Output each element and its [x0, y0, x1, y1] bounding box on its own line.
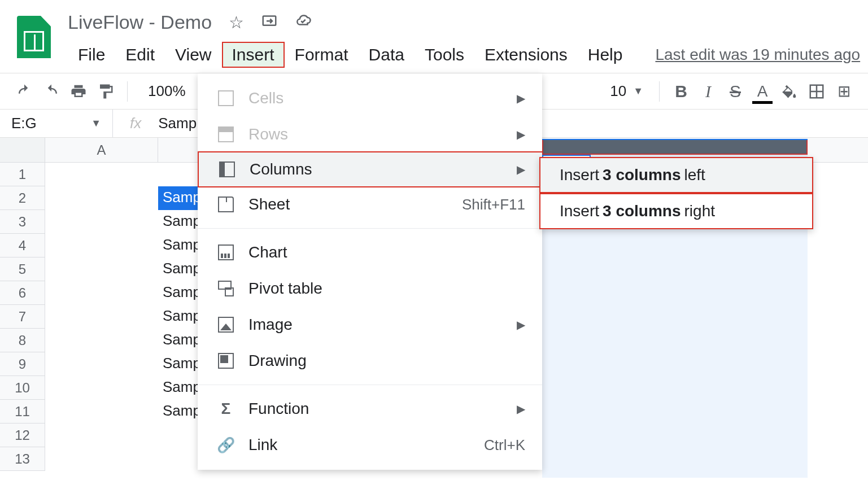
- submenu-bold: 3 columns: [603, 166, 681, 184]
- image-icon: [218, 317, 234, 333]
- column-header-A[interactable]: A: [45, 138, 158, 162]
- menu-edit[interactable]: Edit: [115, 42, 165, 68]
- row-header[interactable]: 4: [0, 234, 45, 257]
- name-box-value: E:G: [11, 115, 37, 132]
- insert-pivot-label: Pivot table: [248, 280, 322, 298]
- cells-icon: [218, 90, 234, 106]
- document-title[interactable]: LiveFlow - Demo: [68, 11, 212, 33]
- font-size-value: 10: [605, 82, 631, 100]
- submenu-text: Insert: [560, 202, 599, 220]
- row-header[interactable]: 2: [0, 186, 45, 210]
- insert-link-label: Link: [248, 436, 277, 454]
- columns-submenu: Insert 3 columns left Insert 3 columns r…: [539, 157, 813, 229]
- insert-rows[interactable]: Rows ▶: [198, 116, 542, 152]
- redo-icon[interactable]: [41, 81, 62, 102]
- paint-format-icon[interactable]: [95, 81, 116, 102]
- name-box[interactable]: E:G ▼: [0, 110, 113, 137]
- zoom-dropdown[interactable]: 100%: [139, 82, 195, 100]
- menu-separator: [198, 228, 542, 229]
- menu-view[interactable]: View: [165, 42, 221, 68]
- insert-sheet-label: Sheet: [248, 195, 290, 213]
- insert-chart[interactable]: Chart: [198, 234, 542, 270]
- menu-format[interactable]: Format: [285, 42, 359, 68]
- insert-chart-label: Chart: [248, 243, 287, 261]
- row-header[interactable]: 13: [0, 447, 45, 471]
- merge-cells-icon[interactable]: ⊞: [834, 81, 854, 102]
- insert-link[interactable]: 🔗 Link Ctrl+K: [198, 427, 542, 463]
- insert-columns[interactable]: Columns ▶: [198, 151, 542, 187]
- sheets-icon: [17, 16, 51, 58]
- chevron-right-icon: ▶: [517, 128, 525, 141]
- menu-help[interactable]: Help: [578, 42, 633, 68]
- borders-icon[interactable]: [806, 81, 827, 102]
- shortcut-text: Shift+F11: [462, 196, 525, 213]
- function-icon: Σ: [221, 400, 231, 418]
- chevron-down-icon: ▼: [633, 85, 643, 97]
- menu-file[interactable]: File: [68, 42, 115, 68]
- header: LiveFlow - Demo ☆ File Edit View Insert …: [0, 0, 868, 73]
- menu-insert[interactable]: Insert: [222, 42, 285, 68]
- pivot-icon: [218, 281, 234, 296]
- selected-column-headers[interactable]: [542, 139, 808, 155]
- insert-dropdown: Cells ▶ Rows ▶ Columns ▶ Sheet Shift+F11…: [198, 73, 542, 470]
- row-header[interactable]: 11: [0, 400, 45, 423]
- menu-separator: [198, 385, 542, 385]
- insert-function[interactable]: Σ Function ▶: [198, 391, 542, 427]
- columns-icon: [219, 161, 235, 177]
- row-header[interactable]: 10: [0, 376, 45, 400]
- cloud-icon[interactable]: [295, 12, 312, 33]
- insert-cells[interactable]: Cells ▶: [198, 80, 542, 116]
- row-header[interactable]: 8: [0, 329, 45, 352]
- submenu-text: left: [684, 166, 705, 184]
- submenu-bold: 3 columns: [603, 202, 681, 220]
- row-header[interactable]: 3: [0, 210, 45, 234]
- menu-bar: File Edit View Insert Format Data Tools …: [68, 42, 868, 68]
- chevron-down-icon: ▼: [91, 117, 101, 129]
- link-icon: 🔗: [217, 436, 235, 454]
- insert-cells-label: Cells: [248, 89, 283, 107]
- insert-pivot[interactable]: Pivot table: [198, 270, 542, 307]
- row-header[interactable]: 12: [0, 423, 45, 447]
- insert-drawing[interactable]: Drawing: [198, 343, 542, 379]
- strikethrough-icon[interactable]: S: [725, 81, 745, 102]
- row-header[interactable]: 1: [0, 163, 45, 186]
- menu-data[interactable]: Data: [359, 42, 415, 68]
- rows-icon: [218, 126, 234, 142]
- font-size-dropdown[interactable]: 10 ▼: [601, 82, 648, 100]
- row-header[interactable]: 7: [0, 305, 45, 329]
- last-edit-link[interactable]: Last edit was 19 minutes ago: [655, 46, 860, 64]
- zoom-value: 100%: [143, 82, 190, 100]
- bold-icon[interactable]: B: [671, 81, 691, 102]
- select-all-corner[interactable]: [0, 138, 45, 162]
- insert-rows-label: Rows: [248, 125, 288, 143]
- row-headers: 1 2 3 4 5 6 7 8 9 10 11 12 13: [0, 163, 45, 471]
- insert-image-label: Image: [248, 316, 293, 334]
- text-color-icon[interactable]: A: [752, 81, 773, 102]
- submenu-text: right: [684, 202, 715, 220]
- insert-columns-left[interactable]: Insert 3 columns left: [539, 157, 813, 193]
- insert-columns-right[interactable]: Insert 3 columns right: [539, 193, 813, 229]
- insert-columns-label: Columns: [250, 160, 312, 178]
- move-icon[interactable]: [261, 12, 278, 33]
- undo-icon[interactable]: [14, 81, 34, 102]
- formula-value[interactable]: Samp: [158, 115, 197, 132]
- star-icon[interactable]: ☆: [229, 12, 244, 32]
- chevron-right-icon: ▶: [517, 318, 525, 331]
- menu-extensions[interactable]: Extensions: [474, 42, 578, 68]
- chevron-right-icon: ▶: [517, 402, 525, 416]
- shortcut-text: Ctrl+K: [484, 436, 525, 454]
- row-header[interactable]: 9: [0, 352, 45, 376]
- italic-icon[interactable]: I: [698, 81, 718, 102]
- insert-function-label: Function: [248, 400, 309, 418]
- row-header[interactable]: 6: [0, 281, 45, 305]
- toolbar-separator: [659, 81, 660, 102]
- menu-tools[interactable]: Tools: [415, 42, 474, 68]
- chevron-right-icon: ▶: [517, 163, 525, 176]
- insert-image[interactable]: Image ▶: [198, 307, 542, 343]
- row-header[interactable]: 5: [0, 257, 45, 281]
- submenu-text: Insert: [560, 166, 599, 184]
- print-icon[interactable]: [68, 81, 89, 102]
- chevron-right-icon: ▶: [517, 91, 525, 105]
- insert-sheet[interactable]: Sheet Shift+F11: [198, 186, 542, 222]
- fill-color-icon[interactable]: [779, 81, 800, 102]
